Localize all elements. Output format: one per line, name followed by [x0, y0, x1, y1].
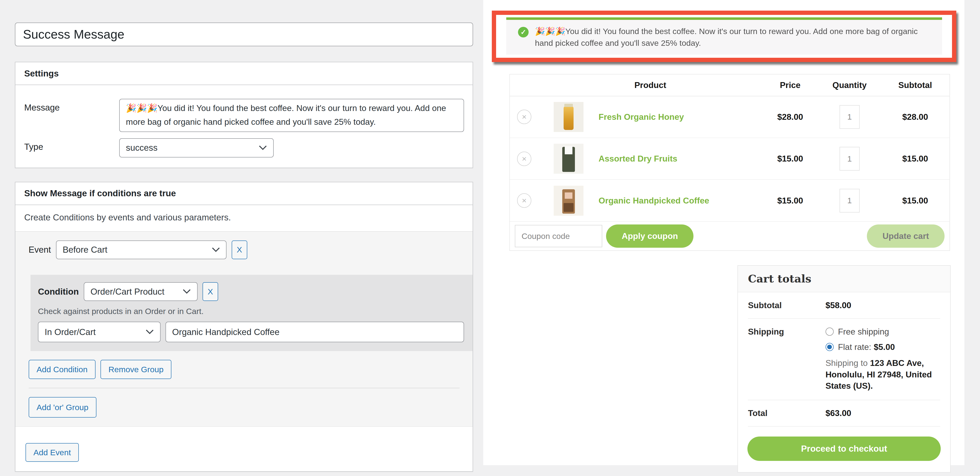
- cart-row-honey: × Fresh Organic Honey $28.00 $28.00: [510, 96, 950, 138]
- header-price: Price: [762, 80, 818, 90]
- remove-item-icon[interactable]: ×: [517, 152, 531, 166]
- add-condition-button[interactable]: Add Condition: [29, 360, 95, 379]
- flat-rate-label: Flat rate:: [838, 342, 871, 352]
- success-notice: ✓ 🎉🎉🎉You did it! You found the best coff…: [506, 17, 942, 55]
- header-subtotal: Subtotal: [881, 80, 950, 90]
- fruits-pouch-graphic: [562, 147, 575, 172]
- cart-totals-heading: Cart totals: [738, 266, 950, 292]
- remove-item-icon[interactable]: ×: [517, 109, 531, 124]
- condition-help-text: Check against products in an Order or in…: [38, 306, 465, 316]
- honey-jar-graphic: [563, 106, 574, 130]
- shipping-to-prefix: Shipping to: [826, 358, 870, 368]
- conditions-heading: Show Message if conditions are true: [15, 182, 473, 205]
- product-link[interactable]: Assorted Dry Fruits: [598, 154, 762, 163]
- condition-label: Condition: [38, 287, 79, 297]
- shipping-row: Shipping Free shipping Flat rate: $5.00 …: [748, 319, 940, 400]
- type-select[interactable]: success: [119, 138, 274, 158]
- apply-coupon-button[interactable]: Apply coupon: [606, 224, 694, 248]
- condition-group: Condition Order/Cart Product X Check aga…: [30, 275, 473, 351]
- free-shipping-label: Free shipping: [838, 327, 889, 336]
- header-product: Product: [539, 80, 762, 90]
- item-price: $15.00: [762, 196, 818, 206]
- event-label: Event: [29, 245, 51, 255]
- quantity-input[interactable]: [840, 147, 860, 171]
- settings-heading: Settings: [15, 62, 473, 85]
- conditions-description: Create Conditions by events and various …: [15, 205, 473, 231]
- cart-totals-box: Cart totals Subtotal $58.00 Shipping Fre…: [738, 265, 951, 473]
- cart-table-header: Product Price Quantity Subtotal: [510, 75, 950, 96]
- item-subtotal: $15.00: [881, 196, 950, 206]
- add-event-button[interactable]: Add Event: [25, 443, 79, 462]
- add-or-group-button[interactable]: Add 'or' Group: [29, 397, 96, 417]
- radio-unselected-icon[interactable]: [826, 328, 834, 336]
- remove-condition-button[interactable]: X: [202, 282, 218, 301]
- product-image-honey[interactable]: [554, 102, 584, 132]
- type-label: Type: [24, 138, 119, 152]
- header-quantity: Quantity: [818, 80, 881, 90]
- message-title-input[interactable]: Success Message: [15, 22, 473, 46]
- event-select-value: Before Cart: [62, 245, 107, 255]
- chevron-down-icon: [259, 145, 267, 150]
- subtotal-value: $58.00: [826, 300, 940, 310]
- shipping-destination: Shipping to 123 ABC Ave, Honolulu, HI 27…: [826, 357, 940, 391]
- proceed-to-checkout-button[interactable]: Proceed to checkout: [748, 436, 941, 461]
- chevron-down-icon: [212, 247, 220, 252]
- condition-select-value: Order/Cart Product: [91, 287, 164, 297]
- item-subtotal: $15.00: [881, 154, 950, 163]
- group-divider: [29, 388, 460, 388]
- update-cart-button[interactable]: Update cart: [867, 224, 945, 248]
- shipping-option-free[interactable]: Free shipping: [826, 327, 940, 336]
- coffee-bag-graphic: [562, 189, 575, 214]
- condition-product-input[interactable]: [165, 322, 464, 342]
- cart-preview-panel: ✓ 🎉🎉🎉You did it! You found the best coff…: [483, 0, 964, 465]
- remove-event-button[interactable]: X: [232, 241, 247, 259]
- chevron-down-icon: [146, 329, 154, 334]
- conditions-card: Show Message if conditions are true Crea…: [15, 182, 473, 472]
- item-subtotal: $28.00: [881, 112, 950, 122]
- product-link[interactable]: Fresh Organic Honey: [598, 112, 762, 122]
- event-select[interactable]: Before Cart: [56, 241, 227, 259]
- item-price: $15.00: [762, 154, 818, 163]
- flat-rate-amount: $5.00: [873, 342, 895, 352]
- quantity-input[interactable]: [840, 189, 860, 213]
- total-label: Total: [748, 408, 825, 418]
- quantity-input[interactable]: [840, 105, 860, 129]
- message-title-text: Success Message: [23, 27, 124, 41]
- page: Success Message Settings Message 🎉🎉🎉You …: [0, 0, 980, 476]
- success-notice-text: 🎉🎉🎉You did it! You found the best coffee…: [535, 27, 918, 48]
- radio-selected-icon[interactable]: [826, 343, 834, 351]
- chevron-down-icon: [183, 289, 191, 294]
- coupon-code-input[interactable]: [515, 225, 603, 248]
- subtotal-label: Subtotal: [748, 300, 825, 310]
- shipping-label: Shipping: [748, 327, 825, 392]
- total-value: $63.00: [826, 408, 940, 418]
- remove-item-icon[interactable]: ×: [517, 194, 531, 208]
- shipping-option-flat-rate[interactable]: Flat rate: $5.00: [826, 342, 940, 352]
- message-label: Message: [24, 99, 119, 113]
- product-image-coffee[interactable]: [554, 186, 584, 216]
- product-link[interactable]: Organic Handpicked Coffee: [598, 196, 762, 206]
- event-group: Event Before Cart X Condition Order/Cart…: [15, 231, 473, 427]
- highlight-annotation-box: ✓ 🎉🎉🎉You did it! You found the best coff…: [492, 11, 956, 62]
- item-price: $28.00: [762, 112, 818, 122]
- message-textarea[interactable]: 🎉🎉🎉You did it! You found the best coffee…: [119, 99, 464, 132]
- cart-row-coffee: × Organic Handpicked Coffee $15.00 $15.0…: [510, 180, 950, 222]
- subtotal-row: Subtotal $58.00: [748, 292, 940, 319]
- condition-select[interactable]: Order/Cart Product: [84, 282, 197, 301]
- settings-card: Settings Message 🎉🎉🎉You did it! You foun…: [15, 62, 473, 168]
- cart-table: Product Price Quantity Subtotal × Fresh …: [509, 74, 950, 251]
- product-image-dry-fruits[interactable]: [554, 144, 584, 174]
- type-select-value: success: [126, 143, 158, 153]
- operator-select-value: In Order/Cart: [45, 327, 96, 337]
- editor-panel: Success Message Settings Message 🎉🎉🎉You …: [15, 22, 473, 472]
- cart-row-dry-fruits: × Assorted Dry Fruits $15.00 $15.00: [510, 138, 950, 180]
- operator-select[interactable]: In Order/Cart: [38, 322, 161, 342]
- check-circle-icon: ✓: [518, 27, 528, 37]
- cart-actions-bar: Apply coupon Update cart: [510, 222, 950, 251]
- remove-group-button[interactable]: Remove Group: [100, 360, 172, 379]
- total-row: Total $63.00: [748, 400, 940, 427]
